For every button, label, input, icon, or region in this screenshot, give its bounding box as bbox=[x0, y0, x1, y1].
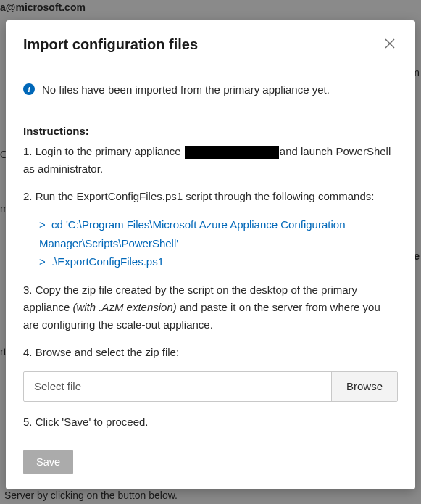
command-line-1: > cd 'C:\Program Files\Microsoft Azure A… bbox=[39, 215, 398, 252]
cmd2-text: .\ExportConfigFiles.ps1 bbox=[51, 255, 164, 268]
instruction-step-2: 2. Run the ExportConfigFiles.ps1 script … bbox=[23, 188, 398, 205]
command-line-2: > .\ExportConfigFiles.ps1 bbox=[39, 252, 398, 271]
browse-button[interactable]: Browse bbox=[331, 372, 397, 401]
import-config-modal: Import configuration files i No files ha… bbox=[6, 20, 415, 489]
instruction-step-4: 4. Browse and select the zip file: bbox=[23, 344, 398, 361]
info-banner: i No files have been imported from the p… bbox=[23, 82, 398, 97]
instruction-step-3: 3. Copy the zip file created by the scri… bbox=[23, 281, 398, 334]
modal-body: i No files have been imported from the p… bbox=[6, 67, 415, 489]
cmd-prefix: > bbox=[39, 252, 46, 271]
backdrop-bottom-text: Server by clicking on the button below. bbox=[4, 489, 178, 501]
modal-header: Import configuration files bbox=[6, 20, 415, 67]
command-block: > cd 'C:\Program Files\Microsoft Azure A… bbox=[39, 215, 398, 271]
file-select-row: Browse bbox=[23, 371, 398, 402]
file-input[interactable] bbox=[24, 372, 331, 401]
instruction-step-1: 1. Login to the primary appliance and la… bbox=[23, 143, 398, 178]
backdrop-email: a@microsoft.com bbox=[0, 1, 86, 13]
info-text: No files have been imported from the pri… bbox=[42, 82, 330, 97]
instruction-step-5: 5. Click 'Save' to proceed. bbox=[23, 413, 398, 431]
close-icon bbox=[385, 38, 395, 49]
modal-title: Import configuration files bbox=[23, 36, 198, 53]
instructions-heading: Instructions: bbox=[23, 125, 398, 137]
cmd1-text: cd 'C:\Program Files\Microsoft Azure App… bbox=[39, 218, 345, 249]
step1-before: 1. Login to the primary appliance bbox=[23, 145, 184, 157]
close-button[interactable] bbox=[382, 35, 398, 54]
cmd-prefix: > bbox=[39, 215, 46, 234]
redacted-block bbox=[185, 146, 279, 159]
save-button[interactable]: Save bbox=[23, 450, 73, 474]
step3-italic: (with .AzM extension) bbox=[72, 301, 176, 313]
info-icon: i bbox=[23, 83, 35, 95]
